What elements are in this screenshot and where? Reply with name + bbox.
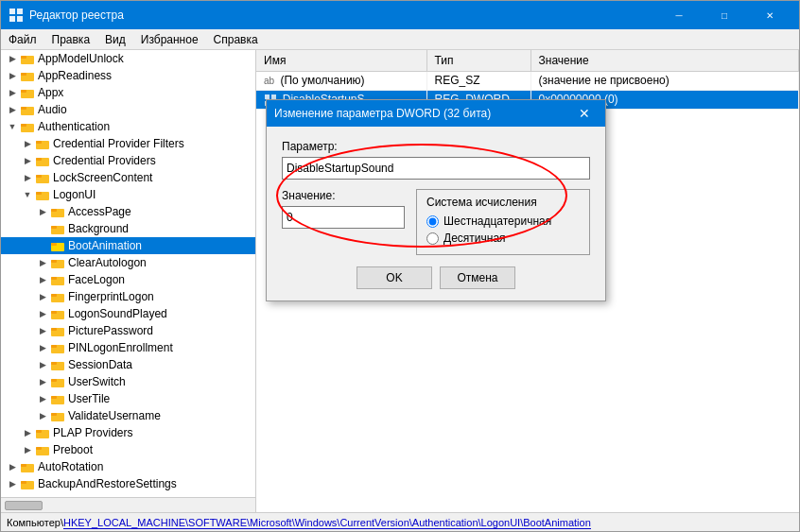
svg-rect-31 [51, 277, 57, 280]
tree-item-credprovfilters[interactable]: ▶ Credential Provider Filters [1, 135, 255, 152]
tree-item-appmodelunlock[interactable]: ▶ AppModelUnlock [1, 50, 255, 67]
svg-rect-9 [21, 90, 26, 93]
tree-label: Authentication [38, 120, 110, 133]
tree-label: Audio [38, 103, 67, 116]
table-row[interactable]: ab (По умолчанию) REG_SZ (значение не пр… [256, 71, 799, 90]
menu-bar: Файл Правка Вид Избранное Справка [1, 29, 799, 50]
tree-label: FingerprintLogon [68, 290, 154, 303]
folder-icon [50, 306, 65, 321]
tree-scroll-area[interactable]: ▶ AppModelUnlock ▶ AppReadiness ▶ [1, 50, 255, 497]
folder-icon [35, 153, 50, 168]
svg-rect-47 [51, 413, 57, 416]
folder-icon [20, 476, 35, 491]
param-input[interactable] [282, 157, 590, 180]
expander-icon[interactable]: ▶ [5, 54, 20, 63]
tree-item-sessiondata[interactable]: ▶ SessionData [1, 356, 255, 373]
tree-item-fingerprintlogon[interactable]: ▶ FingerprintLogon [1, 288, 255, 305]
tree-hscrollbar[interactable] [1, 497, 255, 512]
svg-rect-51 [36, 447, 42, 450]
status-path: HKEY_LOCAL_MACHINE\SOFTWARE\Microsoft\Wi… [63, 517, 591, 529]
svg-rect-53 [21, 464, 26, 467]
svg-rect-37 [51, 328, 57, 331]
folder-icon [20, 102, 35, 117]
tree-item-background[interactable]: ▶ Background [1, 220, 255, 237]
tree-label: LogonUI [53, 188, 96, 201]
dialog-title-bar: Изменение параметра DWORD (32 бита) ✕ [267, 100, 605, 127]
tree-item-clearautologon[interactable]: ▶ ClearAutologon [1, 254, 255, 271]
folder-icon [20, 459, 35, 474]
folder-icon [50, 255, 65, 270]
reg-ab-icon: ab [264, 76, 274, 86]
tree-item-pinlogon[interactable]: ▶ PINLogonEnrollment [1, 339, 255, 356]
svg-rect-27 [51, 243, 57, 246]
value-input[interactable] [282, 206, 405, 229]
svg-rect-19 [36, 175, 42, 178]
tree-label: ValidateUsername [68, 409, 161, 422]
tree-item-validateusername[interactable]: ▶ ValidateUsername [1, 407, 255, 424]
tree-item-logonsoundplayed[interactable]: ▶ LogonSoundPlayed [1, 305, 255, 322]
tree-label: AppReadiness [38, 69, 112, 82]
tree-item-usertile[interactable]: ▶ UserTile [1, 390, 255, 407]
tree-item-lockscreencontent[interactable]: ▶ LockScreenContent [1, 169, 255, 186]
ok-button[interactable]: OK [357, 266, 432, 289]
dec-label: Десятичная [443, 232, 506, 245]
svg-rect-7 [21, 73, 26, 76]
param-label: Параметр: [282, 140, 590, 153]
svg-rect-21 [36, 192, 42, 195]
close-button[interactable]: ✕ [748, 1, 791, 29]
tree-item-backupandrestore[interactable]: ▶ BackupAndRestoreSettings [1, 475, 255, 492]
main-window: Редактор реестра ─ □ ✕ Файл Правка Вид И… [0, 0, 800, 532]
minimize-button[interactable]: ─ [657, 1, 701, 29]
menu-view[interactable]: Вид [97, 29, 133, 49]
col-value: Значение [530, 50, 799, 71]
cell-value: (значение не присвоено) [530, 71, 799, 90]
tree-item-bootanimation[interactable]: ▶ BootAnimation [1, 237, 255, 254]
window-controls: ─ □ ✕ [657, 1, 791, 29]
tree-label: BootAnimation [68, 239, 142, 252]
menu-edit[interactable]: Правка [44, 29, 98, 49]
tree-item-authentication[interactable]: ▼ Authentication [1, 118, 255, 135]
folder-icon [35, 442, 50, 457]
tree-label: ClearAutologon [68, 256, 147, 269]
value-label: Значение: [282, 189, 405, 202]
tree-label: Preboot [53, 443, 93, 456]
folder-icon [20, 68, 35, 83]
folder-icon-open [35, 187, 50, 202]
hscroll-thumb[interactable] [5, 501, 43, 510]
tree-item-audio[interactable]: ▶ Audio [1, 101, 255, 118]
tree-label: FaceLogon [68, 273, 125, 286]
tree-item-credproviders[interactable]: ▶ Credential Providers [1, 152, 255, 169]
numbase-group: Система исчисления Шестнадцатеричная Дес… [416, 189, 590, 255]
tree-item-preboot[interactable]: ▶ Preboot [1, 441, 255, 458]
menu-file[interactable]: Файл [1, 29, 44, 49]
tree-item-picturepassword[interactable]: ▶ PicturePassword [1, 322, 255, 339]
tree-item-accesspage[interactable]: ▶ AccessPage [1, 203, 255, 220]
tree-item-appx[interactable]: ▶ Appx [1, 84, 255, 101]
tree-label: LockScreenContent [53, 171, 152, 184]
tree-label: AppModelUnlock [38, 52, 124, 65]
menu-help[interactable]: Справка [206, 29, 266, 49]
tree-label: PINLogonEnrollment [68, 341, 173, 354]
tree-item-logonui[interactable]: ▼ LogonUI [1, 186, 255, 203]
hex-radio[interactable] [426, 215, 439, 228]
dec-radio[interactable] [426, 232, 439, 245]
dialog-close-button[interactable]: ✕ [571, 100, 598, 127]
svg-rect-43 [51, 379, 57, 382]
svg-rect-45 [51, 396, 57, 399]
cancel-button[interactable]: Отмена [440, 266, 515, 289]
dialog-value-row: Значение: Система исчисления Шестнадцате… [282, 189, 590, 255]
folder-icon [20, 51, 35, 66]
menu-favorites[interactable]: Избранное [133, 29, 206, 49]
tree-item-facelogon[interactable]: ▶ FaceLogon [1, 271, 255, 288]
folder-icon [50, 204, 65, 219]
tree-item-autorotation[interactable]: ▶ AutoRotation [1, 458, 255, 475]
tree-label: PicturePassword [68, 324, 153, 337]
tree-label: SessionData [68, 358, 132, 371]
status-prefix: Компьютер\ [7, 517, 63, 528]
col-name: Имя [256, 50, 426, 71]
maximize-button[interactable]: □ [703, 1, 746, 29]
tree-label: LogonSoundPlayed [68, 307, 167, 320]
tree-item-appreadiness[interactable]: ▶ AppReadiness [1, 67, 255, 84]
tree-item-userswitch[interactable]: ▶ UserSwitch [1, 373, 255, 390]
tree-item-plapproviders[interactable]: ▶ PLAP Providers [1, 424, 255, 441]
